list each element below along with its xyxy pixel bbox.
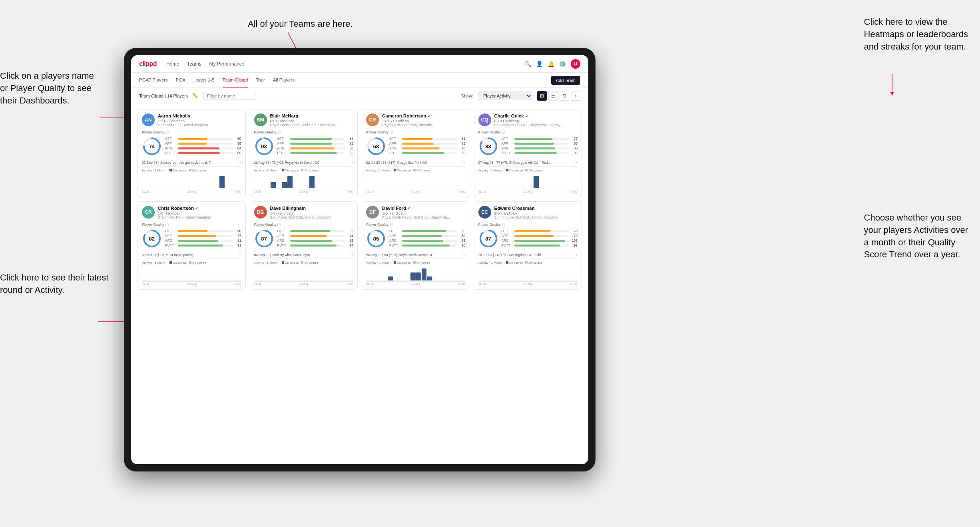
donut-chart[interactable]: 87 [478,229,498,249]
quality-score: 83 [485,143,491,149]
quality-section[interactable]: 87 OTT 82 APP 74 ARG 85 PUTT [254,229,354,249]
player-info: David Ford ✓ 1-5 Handicap Royal North De… [382,206,466,219]
tablet-screen: clippd Home Teams My Performance 🔍 👤 🔔 ⚙… [131,55,588,464]
sort-icon[interactable]: ↕ [571,91,580,101]
player-club: Royal North Devon Golf Club, United Kin.… [382,215,466,219]
player-info: Dave Billingham 1-5 Handicap Sag Maing G… [270,206,354,219]
player-name[interactable]: Chris Robertson ✓ [158,206,241,211]
nav-home[interactable]: Home [166,61,179,67]
quality-section[interactable]: 82 OTT 60 APP 77 ARG 81 PUTT [142,229,241,249]
activity-chart [254,266,354,282]
players-grid: AN Aaron Nicholls 11-15 Handicap Drift G… [131,104,588,464]
user-icon[interactable]: 👤 [536,61,543,67]
stat-row: PUTT 86 [502,151,578,155]
grid-view-icon[interactable]: ⊞ [537,91,547,101]
stat-row: APP 85 [277,141,354,145]
activity-label: Activity · 1 Month On course Off course [478,169,578,172]
last-round[interactable]: 26 Aug 23 | 73 (+1), Royal North Devon G… [254,159,354,167]
chart-dates: 31 Jul21 Aug4 Sep [254,282,354,285]
donut-chart[interactable]: 82 [142,229,162,249]
quality-section[interactable]: 74 OTT 60 APP 58 ARG 84 PUTT [142,136,241,156]
activity-label: Activity · 1 Month On course Off course [478,261,578,264]
player-info: Chris Robertson ✓ 1-5 Handicap Craigmill… [158,206,241,219]
player-handicap: Plus Handicap [270,119,354,123]
player-card[interactable]: DB Dave Billingham 1-5 Handicap Sag Main… [250,201,358,290]
player-name[interactable]: Charlie Quick ✓ [494,113,578,118]
bell-icon[interactable]: 🔔 [548,61,554,67]
show-select[interactable]: Player Activity Quality Score Trend [478,91,532,100]
settings-icon[interactable]: ⚙️ [559,61,566,67]
donut-chart[interactable]: 74 [142,136,162,156]
player-name[interactable]: Cameron Robertson ✓ [382,113,466,118]
search-icon[interactable]: 🔍 [524,61,531,67]
quality-label: Player Quality ⓘ [254,223,354,227]
filter-icon[interactable]: ▽ [560,91,569,101]
player-handicap: 6-10 Handicap [494,119,578,123]
quality-section[interactable]: 83 OTT 77 APP 80 ARG 83 PUTT [478,136,578,156]
player-card[interactable]: AN Aaron Nicholls 11-15 Handicap Drift G… [137,109,246,197]
last-round[interactable]: 18 Jul 23 | 74 (+3), Sunningdale GC - Ol… [478,251,578,259]
activity-chart [142,266,241,282]
player-name[interactable]: David Ford ✓ [382,206,466,211]
quality-section[interactable]: 68 OTT 61 APP 63 ARG 75 PUTT [366,136,466,156]
stats-rows: OTT 84 APP 85 ARG 88 PUTT 95 [277,137,354,156]
player-card[interactable]: CR Chris Robertson ✓ 1-5 Handicap Craigm… [137,201,246,290]
player-card[interactable]: DF David Ford ✓ 1-5 Handicap Royal North… [362,201,470,290]
player-name[interactable]: Edward Crossman [494,206,578,211]
tab-pga[interactable]: PGA [176,73,185,88]
donut-chart[interactable]: 83 [478,136,498,156]
activity-chart [478,173,578,189]
quality-section[interactable]: 87 OTT 73 APP 79 ARG 103 PUTT [478,229,578,249]
player-avatar: DF [366,206,379,219]
player-name[interactable]: Aaron Nicholls [158,113,241,118]
tab-all-players[interactable]: All Players [273,73,295,88]
donut-chart[interactable]: 87 [254,229,274,249]
donut-chart[interactable]: 68 [366,136,386,156]
donut-chart[interactable]: 93 [254,136,274,156]
player-name[interactable]: Blair McHarg [270,113,354,118]
tab-team-clippd[interactable]: Team Clippd [223,73,248,88]
last-round[interactable]: 02 Jul 23 | 59 (+17), Craigmillar Park G… [366,159,466,167]
quality-section[interactable]: 85 OTT 89 APP 80 ARG 83 PUTT [366,229,466,249]
last-round[interactable]: 03 Mar 23 | 19, Must make putting → [142,251,241,259]
nav-teams[interactable]: Teams [187,61,201,67]
player-card[interactable]: EC Edward Crossman 1-5 Handicap Sunningd… [474,201,582,290]
chart-dates: 31 Jul21 Aug4 Sep [478,190,578,193]
list-view-icon[interactable]: ☰ [548,91,558,101]
tab-pgat-players[interactable]: PGAT Players [139,73,168,88]
donut-chart[interactable]: 85 [366,229,386,249]
annotation-player-name: Click on a players name or Player Qualit… [0,70,94,107]
tab-hcaps[interactable]: Hcaps 1-5 [193,73,214,88]
edit-icon[interactable]: ✏️ [193,93,199,99]
player-club: Royal Perth Golf Club, Australia [382,123,466,127]
player-info: Cameron Robertson ✓ 11-15 Handicap Royal… [382,113,466,127]
last-round[interactable]: 04 Sep 23 | Mobility with coach, Gym → [254,251,354,259]
player-card[interactable]: BM Blair McHarg Plus Handicap Royal Nort… [250,109,358,197]
quality-score: 93 [261,143,267,149]
quality-score: 74 [149,143,155,149]
activity-label: Activity · 1 Month On course Off course [142,169,241,172]
stat-row: ARG 85 [277,239,354,243]
quality-section[interactable]: 93 OTT 84 APP 85 ARG 88 PUTT [254,136,354,156]
last-round[interactable]: 02 Sep 23 | Sunset round to get back int… [142,159,241,167]
chart-dates: 31 Jul21 Aug4 Sep [366,282,466,285]
player-header: CR Chris Robertson ✓ 1-5 Handicap Craigm… [142,206,241,219]
add-team-button[interactable]: Add Team [551,76,580,85]
activity-label: Activity · 1 Month On course Off course [366,261,466,264]
player-info: Charlie Quick ✓ 6-10 Handicap St. George… [494,113,578,127]
last-round[interactable]: 07 Aug 23 | 77 (+7), St George's Hill GC… [478,159,578,167]
last-round[interactable]: 26 Aug 23 | 84 (+12), Royal North Devon … [366,251,466,259]
stat-row: ARG 83 [389,239,466,243]
avatar[interactable]: U [571,59,580,69]
player-name[interactable]: Dave Billingham [270,206,354,211]
tab-tour[interactable]: Tour [256,73,265,88]
stat-row: APP 63 [389,141,466,145]
stats-rows: OTT 82 APP 74 ARG 85 PUTT 94 [277,229,354,248]
stat-row: PUTT 85 [389,151,466,155]
nav-performance[interactable]: My Performance [209,61,244,67]
search-input[interactable] [203,92,255,100]
nav-logo: clippd [139,60,157,68]
player-card[interactable]: CR Cameron Robertson ✓ 11-15 Handicap Ro… [362,109,470,197]
player-card[interactable]: CQ Charlie Quick ✓ 6-10 Handicap St. Geo… [474,109,582,197]
stats-rows: OTT 77 APP 80 ARG 83 PUTT 86 [502,137,578,156]
